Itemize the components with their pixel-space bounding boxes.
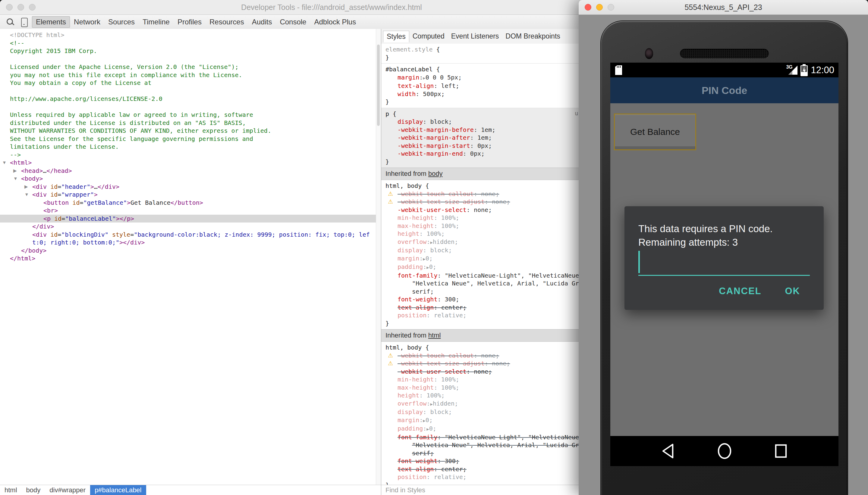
tab-audits[interactable]: Audits xyxy=(248,16,276,28)
css-property[interactable]: overflow:▶hidden; xyxy=(386,238,579,246)
back-icon[interactable] xyxy=(661,443,675,459)
dom-node[interactable]: </div> xyxy=(0,222,376,231)
rule-selector[interactable]: p { xyxy=(386,110,579,118)
css-property[interactable]: ⚠-webkit-text-size-adjust: none; xyxy=(386,359,579,368)
twisty-open-icon[interactable]: ▼ xyxy=(13,175,18,183)
dom-node[interactable]: http://www.apache.org/licenses/LICENSE-2… xyxy=(0,95,376,103)
dom-node[interactable]: distributed under the License is distrib… xyxy=(0,119,376,127)
rule-selector[interactable]: #balanceLabel { xyxy=(386,65,579,73)
dom-node[interactable]: --> xyxy=(0,151,376,159)
css-property[interactable]: min-height: 100%; xyxy=(386,375,579,383)
twisty-open-icon[interactable]: ▼ xyxy=(24,191,29,199)
css-property[interactable]: margin:▶0 0 0 5px; xyxy=(386,73,579,82)
dom-node[interactable]: </html> xyxy=(0,254,376,262)
css-property[interactable]: max-height: 100%; xyxy=(386,222,579,230)
dom-node[interactable]: limitations under the License. xyxy=(0,143,376,151)
dom-node[interactable]: <!-- xyxy=(0,39,376,47)
twisty-open-icon[interactable]: ▼ xyxy=(2,159,6,167)
css-property[interactable]: font-family: "HelveticaNeue-Light", "Hel… xyxy=(386,272,579,280)
sidebar-tab-styles[interactable]: Styles xyxy=(383,31,409,42)
css-property[interactable]: ⚠-webkit-touch-callout: none; xyxy=(386,190,579,198)
css-property[interactable]: -webkit-user-select: none; xyxy=(386,206,579,214)
tab-network[interactable]: Network xyxy=(70,16,104,28)
dom-node[interactable]: ▼<div id="wrapper"> xyxy=(0,191,376,199)
inspect-element-icon[interactable] xyxy=(4,17,16,28)
pin-input-field[interactable] xyxy=(638,275,810,276)
cancel-button[interactable]: CANCEL xyxy=(719,286,761,296)
dom-node[interactable]: Copyright 2015 IBM Corp. xyxy=(0,47,376,55)
tab-profiles[interactable]: Profiles xyxy=(174,16,206,28)
scrollbar-thumb[interactable] xyxy=(377,45,380,126)
dom-node[interactable]: <div id="blockingDiv" style="background-… xyxy=(0,231,376,246)
node-link-html[interactable]: html xyxy=(428,331,441,339)
dom-node[interactable] xyxy=(0,87,376,95)
css-property[interactable]: overflow:▶hidden; xyxy=(386,399,579,408)
tab-timeline[interactable]: Timeline xyxy=(138,16,174,28)
tab-console[interactable]: Console xyxy=(276,16,310,28)
dom-node[interactable]: See the License for the specific languag… xyxy=(0,135,376,143)
css-property[interactable]: text-align: center; xyxy=(386,465,579,473)
dom-node[interactable]: <!DOCTYPE html> xyxy=(0,31,376,39)
twisty-closed-icon[interactable]: ▶ xyxy=(13,167,17,175)
css-property[interactable]: font-weight: 300; xyxy=(386,457,579,465)
device-mode-icon[interactable] xyxy=(18,17,30,28)
css-property[interactable]: -webkit-margin-end: 0px; xyxy=(386,150,579,158)
dom-node[interactable]: Unless required by applicable law or agr… xyxy=(0,111,376,119)
css-property[interactable]: -webkit-user-select: none; xyxy=(386,368,579,376)
sidebar-tab-event-listeners[interactable]: Event Listeners xyxy=(448,31,503,42)
breadcrumb-item-html[interactable]: html xyxy=(0,485,22,495)
dom-node[interactable] xyxy=(0,103,376,111)
css-property[interactable]: min-height: 100%; xyxy=(386,214,579,222)
dom-node[interactable]: <button id="getBalance">Get Balance</but… xyxy=(0,199,376,207)
css-property[interactable]: display: block; xyxy=(386,246,579,254)
css-property[interactable]: width: 500px; xyxy=(386,90,579,98)
tab-adblock-plus[interactable]: Adblock Plus xyxy=(310,16,360,28)
dom-node[interactable]: you may not use this file except in comp… xyxy=(0,71,376,79)
node-link-body[interactable]: body xyxy=(428,170,443,177)
tab-elements[interactable]: Elements xyxy=(32,16,70,28)
dom-node[interactable]: ▶<div id="header">…</div> xyxy=(0,183,376,191)
dom-node[interactable]: ▶<head>…</head> xyxy=(0,167,376,175)
dom-node[interactable]: WITHOUT WARRANTIES OR CONDITIONS OF ANY … xyxy=(0,127,376,135)
css-property[interactable]: padding:▶0; xyxy=(386,263,579,272)
rule-selector[interactable]: html, body { xyxy=(386,182,579,190)
dom-node[interactable]: You may obtain a copy of the License at xyxy=(0,79,376,87)
css-property[interactable]: -webkit-margin-after: 1em; xyxy=(386,134,579,142)
dom-node[interactable] xyxy=(0,55,376,63)
get-balance-button[interactable]: Get Balance xyxy=(614,114,696,150)
breadcrumb-item-p-balanceLabel[interactable]: p#balanceLabel xyxy=(90,485,146,495)
css-property[interactable]: ⚠-webkit-text-size-adjust: none; xyxy=(386,198,579,206)
css-property[interactable]: -webkit-margin-before: 1em; xyxy=(386,126,579,134)
css-property[interactable]: max-height: 100%; xyxy=(386,383,579,392)
css-property[interactable]: height: 100%; xyxy=(386,391,579,399)
dom-node[interactable]: Licensed under the Apache License, Versi… xyxy=(0,63,376,71)
sidebar-tab-computed[interactable]: Computed xyxy=(409,31,448,42)
tab-resources[interactable]: Resources xyxy=(206,16,248,28)
home-icon[interactable] xyxy=(716,443,733,459)
rule-selector[interactable]: html, body { xyxy=(386,344,579,352)
tab-sources[interactable]: Sources xyxy=(104,16,138,28)
dom-node-selected[interactable]: <p id="balanceLabel"></p> xyxy=(0,215,376,223)
css-property[interactable]: padding:▶0; xyxy=(386,425,579,433)
css-property[interactable]: text-align: left; xyxy=(386,82,579,90)
breadcrumb-item-body[interactable]: body xyxy=(22,485,45,495)
twisty-closed-icon[interactable]: ▶ xyxy=(24,183,28,191)
css-property[interactable]: margin:▶0; xyxy=(386,416,579,425)
dom-node[interactable]: ▼<html> xyxy=(0,159,376,167)
breadcrumb-item-div-wrapper[interactable]: div#wrapper xyxy=(45,485,90,495)
css-property[interactable]: display: block; xyxy=(386,118,579,126)
ok-button[interactable]: OK xyxy=(785,286,801,296)
dom-node[interactable]: <br> xyxy=(0,207,376,215)
css-property[interactable]: text-align: center; xyxy=(386,304,579,312)
recents-icon[interactable] xyxy=(774,443,788,459)
elements-scrollbar[interactable] xyxy=(376,29,381,485)
dom-node[interactable]: </body> xyxy=(0,246,376,255)
css-property[interactable]: position: relative; xyxy=(386,473,579,481)
css-property[interactable]: font-weight: 300; xyxy=(386,295,579,304)
find-in-styles-input[interactable]: Find in Styles xyxy=(381,485,579,495)
css-property[interactable]: -webkit-margin-start: 0px; xyxy=(386,142,579,150)
css-property[interactable]: height: 100%; xyxy=(386,230,579,238)
css-property[interactable]: display: block; xyxy=(386,408,579,416)
sidebar-tab-dom-breakpoints[interactable]: DOM Breakpoints xyxy=(502,31,563,42)
css-property[interactable]: ⚠-webkit-touch-callout: none; xyxy=(386,352,579,360)
